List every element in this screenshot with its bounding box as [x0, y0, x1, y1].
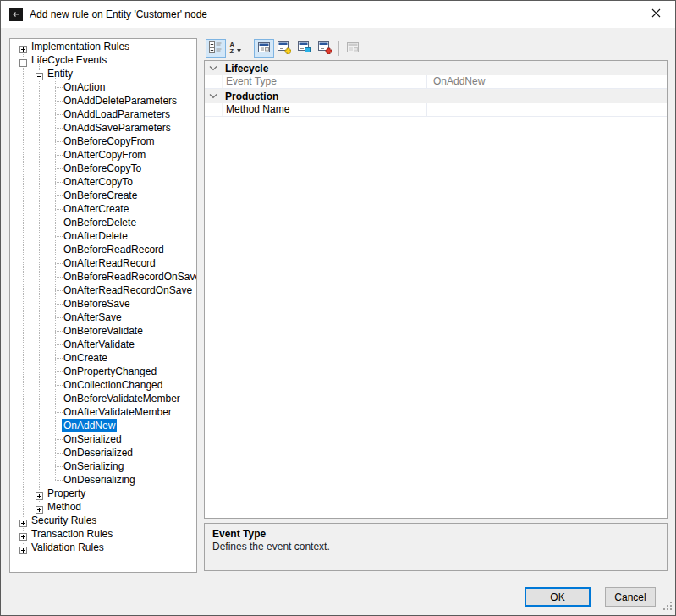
close-icon: [651, 8, 661, 20]
tree-item-oncollectionchanged[interactable]: OnCollectionChanged: [10, 378, 196, 392]
property-pages-icon: [346, 41, 360, 57]
tree-item-implementation-rules[interactable]: Implementation Rules: [10, 40, 196, 53]
tree-item-label: OnBeforeCopyFrom: [62, 135, 156, 148]
tree-item-onbeforecreate[interactable]: OnBeforeCreate: [10, 189, 196, 202]
category-row-lifecycle[interactable]: Lifecycle: [205, 61, 667, 75]
tree-item-onaction[interactable]: OnAction: [10, 80, 196, 94]
tree-item-onbeforevalidate[interactable]: OnBeforeValidate: [10, 324, 196, 338]
tree-item-label: Validation Rules: [30, 541, 106, 554]
window-title: Add new rule on Entity 'Customer' node: [30, 8, 207, 20]
tree-item-label: OnAfterReadRecord: [62, 256, 157, 270]
tree-item-validation-rules[interactable]: Validation Rules: [10, 541, 196, 554]
tree-item-label: OnAddLoadParameters: [62, 107, 172, 121]
property-row-event-type[interactable]: Event TypeOnAddNew: [205, 75, 667, 89]
property-value[interactable]: OnAddNew: [426, 75, 667, 88]
toolbar-separator: [338, 41, 339, 56]
add-page-red-button[interactable]: [315, 39, 335, 58]
tree-item-onafterreadrecordonsave[interactable]: OnAfterReadRecordOnSave: [10, 283, 196, 297]
add-page-red-icon: [318, 41, 332, 57]
tree-item-label: OnAddDeleteParameters: [62, 94, 179, 107]
tree-item-oncreate[interactable]: OnCreate: [10, 351, 196, 365]
tree-item-label: Implementation Rules: [30, 40, 131, 53]
tree-item-label: Security Rules: [30, 514, 98, 527]
ok-button[interactable]: OK: [525, 587, 591, 607]
collapse-minus-icon[interactable]: [19, 57, 27, 64]
property-page-button[interactable]: [254, 39, 274, 58]
property-grid-toolbar: AZ: [206, 38, 363, 58]
cancel-button[interactable]: Cancel: [605, 587, 656, 607]
property-gutter: [205, 103, 222, 116]
title-bar: Add new rule on Entity 'Customer' node: [1, 1, 675, 28]
tree-item-transaction-rules[interactable]: Transaction Rules: [10, 527, 196, 541]
tree-item-onbeforesave[interactable]: OnBeforeSave: [10, 297, 196, 311]
tree-item-label: OnAfterReadRecordOnSave: [62, 283, 194, 297]
chevron-down-icon[interactable]: [205, 94, 222, 99]
expand-plus-icon[interactable]: [36, 503, 43, 511]
expand-plus-icon[interactable]: [19, 517, 27, 525]
tree-item-ondeserialized[interactable]: OnDeserialized: [10, 446, 196, 459]
tree-item-ondeserializing[interactable]: OnDeserializing: [10, 473, 196, 487]
collapse-minus-icon[interactable]: [36, 70, 43, 78]
category-row-production[interactable]: Production: [205, 89, 667, 103]
tree-item-entity[interactable]: Entity: [10, 67, 196, 80]
tree-item-onaddloadparameters[interactable]: OnAddLoadParameters: [10, 107, 196, 121]
tree-item-onadddeleteparameters[interactable]: OnAddDeleteParameters: [10, 94, 196, 107]
tree-item-label: OnCreate: [62, 351, 109, 365]
tree-item-onaftercreate[interactable]: OnAfterCreate: [10, 202, 196, 216]
expand-plus-icon[interactable]: [19, 531, 27, 538]
chevron-down-icon[interactable]: [205, 66, 222, 71]
tree-item-label: Property: [46, 487, 87, 500]
tree-item-onbeforereadrecord[interactable]: OnBeforeReadRecord: [10, 243, 196, 256]
close-button[interactable]: [637, 1, 675, 28]
tree-item-onaftervalidatemember[interactable]: OnAfterValidateMember: [10, 405, 196, 419]
tree-item-method[interactable]: Method: [10, 500, 196, 514]
tree-item-onafterreadrecord[interactable]: OnAfterReadRecord: [10, 256, 196, 270]
tree-item-property[interactable]: Property: [10, 487, 196, 500]
tree-item-label: OnDeserialized: [62, 446, 135, 459]
resize-grip[interactable]: [662, 600, 673, 613]
property-page-icon: [257, 41, 271, 57]
toolbar-separator: [250, 41, 250, 56]
tree-item-label: OnAddSaveParameters: [62, 121, 173, 135]
tree-item-onaftervalidate[interactable]: OnAfterValidate: [10, 338, 196, 351]
alphabetical-sort-button[interactable]: AZ: [226, 39, 246, 58]
tree-item-label: OnAction: [62, 80, 107, 94]
tree-item-onserialized[interactable]: OnSerialized: [10, 432, 196, 446]
tree-item-onafterdelete[interactable]: OnAfterDelete: [10, 229, 196, 243]
tree-item-onbeforereadrecordonsave[interactable]: OnBeforeReadRecordOnSave: [10, 270, 196, 283]
property-row-method-name[interactable]: Method Name: [205, 103, 667, 117]
tree-item-onpropertychanged[interactable]: OnPropertyChanged: [10, 365, 196, 378]
property-name[interactable]: Method Name: [222, 103, 426, 116]
categorized-view-button[interactable]: [206, 39, 226, 58]
add-page-yellow-button[interactable]: [274, 39, 294, 58]
tree-item-label: OnBeforeReadRecordOnSave: [62, 270, 197, 283]
expand-plus-icon[interactable]: [19, 43, 27, 51]
expand-plus-icon[interactable]: [19, 544, 27, 552]
tree-item-onaddsaveparameters[interactable]: OnAddSaveParameters: [10, 121, 196, 135]
insert-page-blue-icon: [298, 41, 311, 57]
tree-item-onbeforecopyfrom[interactable]: OnBeforeCopyFrom: [10, 135, 196, 148]
tree-item-onserializing[interactable]: OnSerializing: [10, 459, 196, 473]
expand-plus-icon[interactable]: [36, 490, 43, 498]
tree-item-lifecycle-events[interactable]: LifeCycle Events: [10, 53, 196, 67]
help-description: Defines the event context.: [212, 541, 659, 553]
tree-item-label: Method: [46, 500, 83, 514]
tree-item-onaddnew[interactable]: OnAddNew: [10, 419, 196, 432]
tree-item-label: Entity: [46, 67, 74, 80]
tree-item-security-rules[interactable]: Security Rules: [10, 514, 196, 527]
tree-item-onaftercopyfrom[interactable]: OnAfterCopyFrom: [10, 148, 196, 162]
tree-item-label: OnAfterDelete: [62, 229, 129, 243]
property-value[interactable]: [426, 103, 667, 116]
tree-item-onaftersave[interactable]: OnAfterSave: [10, 311, 196, 324]
tree-item-onbeforevalidatemember[interactable]: OnBeforeValidateMember: [10, 392, 196, 405]
tree-item-label: OnAfterSave: [62, 311, 124, 324]
tree-item-label: LifeCycle Events: [30, 53, 108, 67]
property-gutter: [205, 75, 222, 88]
property-grid: LifecycleEvent TypeOnAddNewProductionMet…: [204, 60, 668, 519]
tree-item-onbeforecopyto[interactable]: OnBeforeCopyTo: [10, 162, 196, 175]
tree-item-onbeforedelete[interactable]: OnBeforeDelete: [10, 216, 196, 229]
tree-item-label: OnBeforeCopyTo: [62, 162, 143, 175]
insert-page-blue-button[interactable]: [294, 39, 315, 58]
property-name[interactable]: Event Type: [222, 75, 426, 88]
tree-item-onaftercopyto[interactable]: OnAfterCopyTo: [10, 175, 196, 189]
